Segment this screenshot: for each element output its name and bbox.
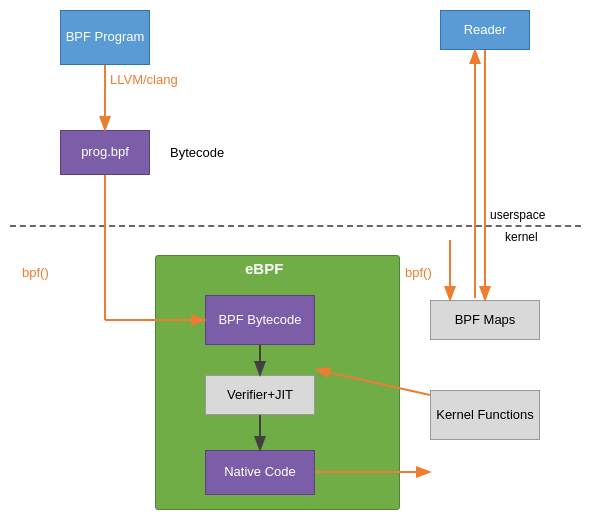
bytecode-label: Bytecode (170, 145, 224, 160)
bpf-bytecode-label: BPF Bytecode (218, 312, 301, 329)
llvm-clang-label: LLVM/clang (110, 72, 178, 87)
native-code-box: Native Code (205, 450, 315, 495)
bpf-call-right-label: bpf() (405, 265, 432, 280)
verifier-jit-box: Verifier+JIT (205, 375, 315, 415)
bpf-bytecode-box: BPF Bytecode (205, 295, 315, 345)
bpf-program-box: BPF Program (60, 10, 150, 65)
verifier-jit-label: Verifier+JIT (227, 387, 293, 404)
bpf-maps-label: BPF Maps (455, 312, 516, 329)
kernel-label: kernel (505, 230, 538, 244)
diagram: BPF Program Reader LLVM/clang prog.bpf B… (0, 0, 591, 529)
userspace-label: userspace (490, 208, 545, 222)
prog-bpf-box: prog.bpf (60, 130, 150, 175)
kernel-functions-box: Kernel Functions (430, 390, 540, 440)
ebpf-label: eBPF (245, 260, 283, 277)
boundary-line (10, 225, 581, 227)
bpf-maps-box: BPF Maps (430, 300, 540, 340)
reader-label: Reader (464, 22, 507, 39)
prog-bpf-label: prog.bpf (81, 144, 129, 161)
kernel-functions-label: Kernel Functions (436, 407, 534, 424)
bpf-program-label: BPF Program (66, 29, 145, 46)
native-code-label: Native Code (224, 464, 296, 481)
reader-box: Reader (440, 10, 530, 50)
bpf-call-left-label: bpf() (22, 265, 49, 280)
